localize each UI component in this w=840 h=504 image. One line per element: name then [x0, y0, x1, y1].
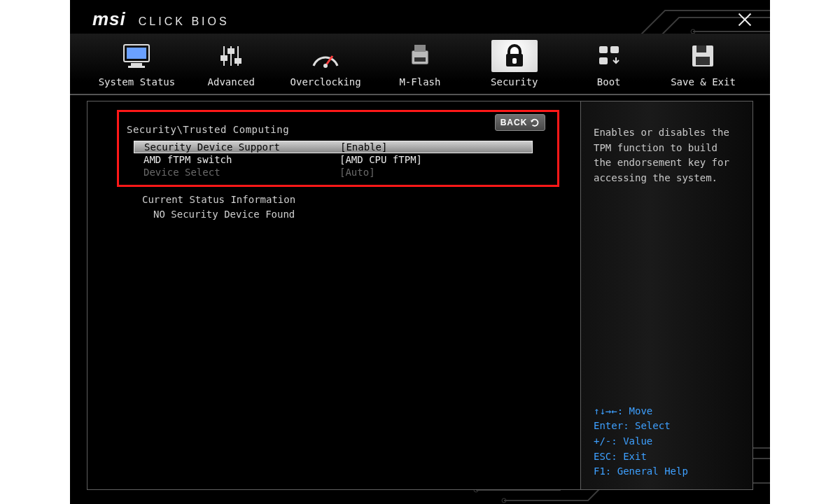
brand-msi-logo: msi [92, 8, 126, 30]
tab-security[interactable]: Security [472, 40, 556, 88]
help-panel: Enables or disables the TPM function to … [580, 102, 752, 489]
content-pane: Security\Trusted Computing BACK Security… [88, 102, 580, 489]
settings-list: Security Device Support [Enable] AMD fTP… [134, 141, 533, 178]
boot-order-icon [595, 42, 623, 70]
svg-rect-22 [512, 58, 517, 64]
setting-name: Security Device Support [144, 141, 340, 153]
undo-arrow-icon [530, 118, 540, 127]
svg-rect-8 [131, 63, 142, 66]
svg-rect-25 [599, 57, 608, 64]
hint-f1: F1: General Help [594, 464, 740, 479]
back-label: BACK [500, 118, 528, 127]
tab-advanced[interactable]: Advanced [189, 40, 273, 88]
svg-rect-11 [221, 56, 227, 60]
hint-move: ↑↓→←: Move [594, 404, 740, 419]
status-heading: Current Status Information [142, 192, 295, 207]
brand-header: msi CLICK BIOS [92, 8, 230, 30]
svg-rect-15 [235, 59, 241, 63]
bios-window: msi CLICK BIOS System Status Advanced [70, 0, 770, 504]
svg-rect-28 [696, 57, 710, 65]
help-text: Enables or disables the TPM function to … [594, 125, 740, 186]
svg-rect-19 [414, 45, 426, 52]
tab-save-exit[interactable]: Save & Exit [661, 40, 745, 88]
hint-enter: Enter: Select [594, 419, 740, 434]
hint-value: +/-: Value [594, 434, 740, 449]
setting-name: Device Select [144, 167, 340, 178]
floppy-icon [690, 43, 716, 69]
lock-icon [502, 43, 527, 69]
svg-rect-7 [127, 48, 146, 59]
breadcrumb: Security\Trusted Computing [127, 124, 289, 135]
tab-system-status[interactable]: System Status [94, 40, 178, 88]
monitor-icon [121, 42, 152, 70]
setting-value: [Auto] [340, 167, 375, 178]
svg-rect-9 [128, 66, 145, 68]
main-panel: Security\Trusted Computing BACK Security… [87, 101, 753, 490]
setting-device-select[interactable]: Device Select [Auto] [134, 166, 533, 178]
svg-rect-23 [599, 46, 608, 53]
setting-name: AMD fTPM switch [144, 154, 340, 165]
svg-rect-20 [414, 57, 426, 62]
tab-label: Overclocking [290, 76, 361, 88]
tab-label: Boot [597, 76, 621, 88]
svg-point-17 [323, 64, 328, 68]
back-button[interactable]: BACK [495, 114, 545, 131]
tab-label: Save & Exit [671, 76, 736, 88]
tab-label: Advanced [208, 76, 255, 88]
sliders-icon [217, 42, 245, 70]
brand-product: CLICK BIOS [139, 15, 230, 28]
tab-boot[interactable]: Boot [567, 40, 651, 88]
key-hints: ↑↓→←: Move Enter: Select +/-: Value ESC:… [594, 404, 740, 479]
hint-esc: ESC: Exit [594, 449, 740, 465]
setting-security-device-support[interactable]: Security Device Support [Enable] [134, 141, 533, 153]
gauge-icon [309, 42, 342, 70]
svg-rect-27 [696, 46, 706, 52]
svg-point-4 [502, 498, 506, 503]
usb-chip-icon [406, 42, 434, 70]
tab-mflash[interactable]: M-Flash [378, 40, 462, 88]
setting-value: [Enable] [340, 141, 387, 153]
tab-label: System Status [99, 76, 176, 88]
close-button[interactable] [736, 11, 753, 28]
setting-value: [AMD CPU fTPM] [340, 154, 422, 165]
status-info: Current Status Information NO Security D… [142, 192, 295, 222]
top-nav: System Status Advanced Overclocking [70, 34, 770, 95]
status-line: NO Security Device Found [142, 207, 295, 222]
svg-rect-24 [610, 46, 619, 53]
tab-label: Security [491, 76, 538, 88]
setting-amd-ftpm-switch[interactable]: AMD fTPM switch [AMD CPU fTPM] [134, 153, 533, 166]
tab-overclocking[interactable]: Overclocking [284, 40, 368, 88]
tab-label: M-Flash [399, 76, 440, 88]
svg-rect-13 [228, 49, 234, 53]
